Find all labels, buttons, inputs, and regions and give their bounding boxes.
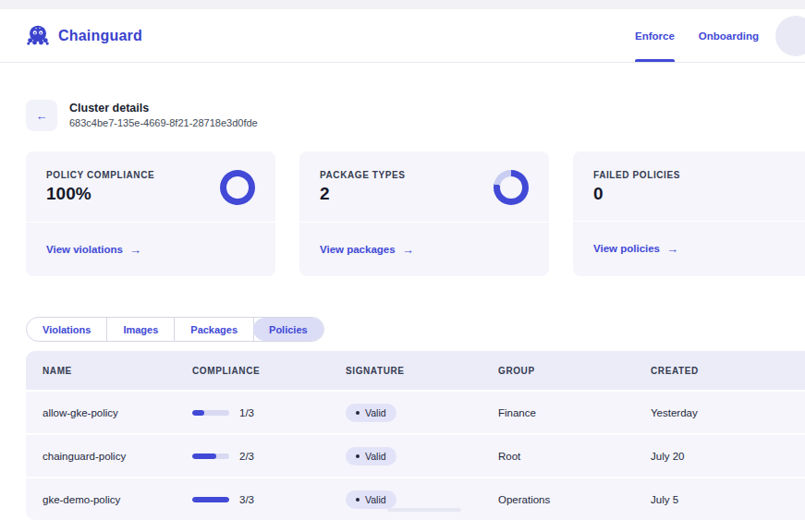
compliance-ratio: 3/3 <box>239 494 254 505</box>
card-label: FAILED POLICIES <box>593 170 680 180</box>
tab-images[interactable]: Images <box>107 318 175 341</box>
signature-status-badge: Valid <box>346 447 396 466</box>
compliance-ratio: 2/3 <box>239 451 254 462</box>
column-header-compliance: COMPLIANCE <box>192 366 346 376</box>
top-nav: Enforce Onboarding <box>635 9 759 62</box>
signature-status-badge: Valid <box>346 490 396 509</box>
view-policies-link[interactable]: View policies → <box>593 243 678 255</box>
policy-name: gke-demo-policy <box>43 494 192 505</box>
page-title: Cluster details <box>69 100 258 115</box>
card-top: FAILED POLICIES 0 <box>573 151 805 221</box>
view-packages-link[interactable]: View packages → <box>320 244 414 256</box>
back-button[interactable]: ← <box>26 100 57 131</box>
tab-violations[interactable]: Violations <box>27 318 107 341</box>
stat-cards: POLICY COMPLIANCE 100% View violations →… <box>0 151 805 276</box>
table-header-row: NAME COMPLIANCE SIGNATURE GROUP CREATED <box>26 351 805 390</box>
signature-status-badge: Valid <box>346 404 396 422</box>
compliance-bar <box>192 497 229 502</box>
arrow-right-icon: → <box>402 244 414 256</box>
column-header-signature: SIGNATURE <box>346 366 498 376</box>
arrow-left-icon: ← <box>36 110 48 122</box>
view-violations-link[interactable]: View violations → <box>46 244 141 256</box>
cluster-id: 683c4be7-135e-4669-8f21-28718e3d0fde <box>69 117 258 128</box>
compliance-bar <box>192 410 229 416</box>
page-heading: Cluster details 683c4be7-135e-4669-8f21-… <box>69 100 258 128</box>
status-dot-icon <box>356 454 360 458</box>
column-header-name: NAME <box>43 366 192 376</box>
nav-link-onboarding[interactable]: Onboarding <box>699 9 759 62</box>
card-label: PACKAGE TYPES <box>320 170 406 180</box>
tab-policies[interactable]: Policies <box>253 318 323 341</box>
arrow-right-icon: → <box>129 244 141 256</box>
compliance-donut-chart <box>220 170 255 205</box>
table-row[interactable]: gke-demo-policy 3/3 Valid Operations Jul… <box>26 477 805 520</box>
header: Chainguard Enforce Onboarding <box>0 9 805 63</box>
package-types-card: PACKAGE TYPES 2 View packages → <box>299 151 549 276</box>
policy-name: chainguard-policy <box>43 451 192 462</box>
card-top: POLICY COMPLIANCE 100% <box>26 151 275 222</box>
card-value: 2 <box>320 184 406 204</box>
card-value: 0 <box>593 184 680 204</box>
policies-table: NAME COMPLIANCE SIGNATURE GROUP CREATED … <box>26 351 805 520</box>
page-title-row: ← Cluster details 683c4be7-135e-4669-8f2… <box>0 63 805 131</box>
app-window: Chainguard Enforce Onboarding ← Cluster … <box>0 0 805 532</box>
failed-policies-card: FAILED POLICIES 0 View policies → <box>573 151 805 276</box>
user-avatar[interactable] <box>775 16 805 56</box>
policy-compliance-card: POLICY COMPLIANCE 100% View violations → <box>26 151 275 276</box>
compliance-cell: 2/3 <box>192 451 346 462</box>
card-value: 100% <box>46 184 154 204</box>
group-cell: Finance <box>498 407 651 418</box>
compliance-cell: 3/3 <box>192 494 346 505</box>
status-dot-icon <box>356 411 360 415</box>
brand-logo[interactable]: Chainguard <box>26 9 142 62</box>
detail-tabs: Violations Images Packages Policies <box>26 317 324 342</box>
group-cell: Operations <box>498 494 651 505</box>
horizontal-scrollbar-thumb[interactable] <box>387 508 461 512</box>
card-label: POLICY COMPLIANCE <box>46 170 154 180</box>
column-header-group: GROUP <box>498 366 651 376</box>
compliance-ratio: 1/3 <box>239 407 254 418</box>
table-row[interactable]: chainguard-policy 2/3 Valid Root July 20 <box>26 433 805 477</box>
compliance-bar <box>192 453 229 459</box>
created-cell: July 20 <box>651 451 805 462</box>
brand-name: Chainguard <box>58 28 142 44</box>
arrow-right-icon: → <box>666 243 678 255</box>
created-cell: July 5 <box>651 494 805 505</box>
octopus-icon <box>26 24 50 48</box>
group-cell: Root <box>498 451 651 462</box>
top-strip <box>0 0 805 9</box>
tab-packages[interactable]: Packages <box>175 318 254 341</box>
package-types-donut-chart <box>494 170 529 205</box>
status-dot-icon <box>356 498 360 502</box>
nav-link-enforce[interactable]: Enforce <box>635 9 675 62</box>
table-row[interactable]: allow-gke-policy 1/3 Valid Finance Yeste… <box>26 390 805 433</box>
card-top: PACKAGE TYPES 2 <box>299 151 549 222</box>
column-header-created: CREATED <box>651 366 805 376</box>
compliance-cell: 1/3 <box>192 407 346 418</box>
policy-name: allow-gke-policy <box>43 407 192 418</box>
created-cell: Yesterday <box>651 407 805 418</box>
